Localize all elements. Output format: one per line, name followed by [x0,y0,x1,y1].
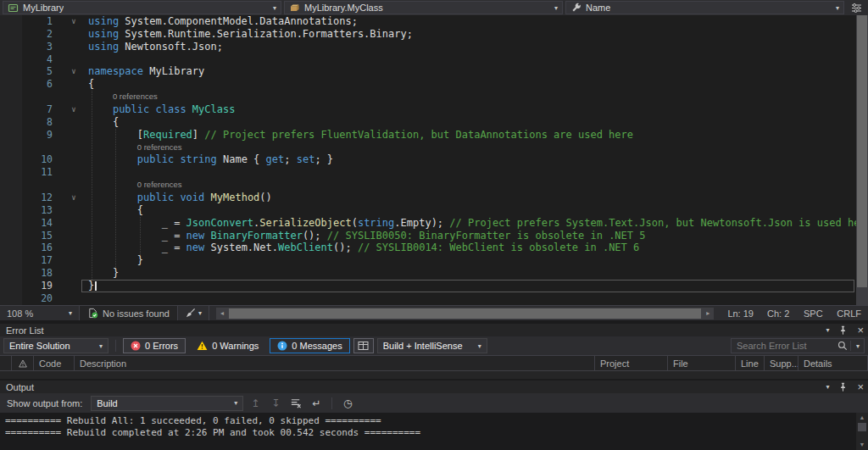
line-number: 20 [0,292,66,305]
error-list-search-input[interactable] [732,341,837,351]
column-header-description[interactable]: Description [75,356,595,370]
line-number: 4 [0,53,66,66]
code-row: 16 _ = new System.Net.WebClient(); // SY… [0,242,856,254]
fold-marker-icon[interactable]: ∨ [66,103,81,116]
word-wrap-icon[interactable]: ↵ [308,396,325,411]
messages-filter-button[interactable]: 0 Messages [270,338,349,353]
fold-marker-icon[interactable]: ∨ [66,65,81,78]
code-row: 4 [0,53,856,66]
fold-marker-icon[interactable]: ∨ [66,15,81,28]
severity-column-header[interactable] [12,356,34,370]
line-number: 9 [0,129,66,142]
insert-mode-indicator[interactable]: SPC [796,308,830,319]
output-scrollbar[interactable]: ▲ ▼ [856,413,868,450]
pin-icon[interactable] [838,325,848,335]
error-list-title-bar[interactable]: Error List ▾ × [0,324,868,336]
code-line-text: _ = new System.Net.WebClient(); // SYSLI… [81,242,856,254]
columns-options-button[interactable] [353,338,374,353]
prev-message-icon[interactable]: ↥ [247,396,264,411]
next-message-icon[interactable]: ↧ [267,396,284,411]
fold-marker-icon[interactable]: ∨ [66,192,81,204]
line-number: 11 [0,166,66,179]
fold-gutter [66,179,81,192]
source-dropdown[interactable]: Build + IntelliSense ▾ [377,338,487,353]
column-header-code[interactable]: Code [34,356,75,370]
code-line-text: _ = new BinaryFormatter(); // SYSLIB0050… [81,230,856,242]
fold-gutter [66,153,81,166]
clock-icon[interactable]: ◷ [339,396,356,411]
scrollbar-thumb[interactable] [857,15,867,287]
output-console[interactable]: ========== Rebuild All: 1 succeeded, 0 f… [0,413,868,450]
zoom-control[interactable]: 108 % ▾ [0,306,80,320]
scrollbar-track[interactable] [856,423,868,440]
panel-title: Output [6,382,34,392]
column-header-project[interactable]: Project [595,356,668,370]
output-source-dropdown[interactable]: Build ▾ [91,396,243,411]
code-line-text: public string Name { get; set; } [81,153,856,166]
fold-gutter [66,242,81,254]
warning-icon [197,341,208,351]
scope-dropdown[interactable]: Entire Solution ▾ [3,338,108,353]
line-number: 10 [0,153,66,166]
document-health-indicator[interactable]: No issues found [80,306,178,320]
window-menu-icon[interactable]: ▾ [826,326,829,334]
messages-filter-label: 0 Messages [292,341,342,351]
editor-horizontal-scrollbar[interactable]: ◂ ▸ [216,308,714,319]
health-status-text: No issues found [103,308,170,319]
scroll-up-icon[interactable]: ▲ [856,413,868,423]
line-number: 5 [0,65,66,78]
codelens-row: 0 references [0,142,856,154]
search-icon[interactable] [837,341,848,351]
code-editor[interactable]: 1∨using System.ComponentModel.DataAnnota… [0,15,868,305]
navigation-bar: MyLibrary ▾ MyLibrary.MyClass ▾ Name ▾ [0,0,868,15]
code-cleanup-button[interactable]: ▾ [178,306,209,320]
output-title-bar[interactable]: Output ▾ × [0,381,868,393]
codelens-references[interactable]: 0 references [81,179,856,192]
output-source-dropdown-label: Build [97,398,117,408]
warnings-filter-button[interactable]: 0 Warnings [189,338,266,353]
editor-vertical-scrollbar[interactable] [856,15,868,305]
line-number [0,142,66,154]
text-cursor [95,281,97,291]
error-list-body[interactable] [0,371,868,379]
row-select-column-header[interactable] [0,356,12,370]
clear-all-icon[interactable] [287,396,304,411]
editor-options-icon[interactable] [847,1,865,14]
errors-filter-button[interactable]: 0 Errors [123,338,186,353]
error-list-toolbar: Entire Solution ▾ 0 Errors 0 Warnings [0,336,868,355]
line-ending-indicator[interactable]: CRLF [830,308,868,319]
line-indicator[interactable]: Ln: 19 [721,308,760,319]
close-icon[interactable]: × [857,382,864,392]
scrollbar-track[interactable] [228,308,702,319]
codelens-references[interactable]: 0 references [81,91,856,103]
scroll-right-icon[interactable]: ▸ [702,308,714,319]
close-icon[interactable]: × [857,325,864,335]
column-header-supp[interactable]: Supp... [765,356,798,370]
class-icon [289,3,300,14]
code-rows[interactable]: 1∨using System.ComponentModel.DataAnnota… [0,15,856,305]
window-menu-icon[interactable]: ▾ [826,383,829,391]
code-line-text: namespace MyLibrary [81,65,856,78]
column-header-details[interactable]: Details [798,356,868,370]
code-row: 19} [0,280,856,292]
code-line-text: { [81,78,856,91]
scrollbar-thumb[interactable] [858,423,866,431]
column-header-line[interactable]: Line [736,356,765,370]
type-dropdown-label: MyLibrary.MyClass [304,3,383,13]
column-indicator[interactable]: Ch: 2 [760,308,796,319]
column-header-file[interactable]: File [668,356,736,370]
type-dropdown[interactable]: MyLibrary.MyClass ▾ [284,1,563,14]
scroll-left-icon[interactable]: ◂ [216,308,228,319]
codelens-references[interactable]: 0 references [81,142,856,154]
code-row: 3using Newtonsoft.Json; [0,41,856,53]
source-dropdown-label: Build + IntelliSense [383,341,463,351]
line-number [0,179,66,192]
scrollbar-thumb[interactable] [229,308,701,319]
project-dropdown[interactable]: MyLibrary ▾ [3,1,281,14]
chevron-down-icon[interactable]: ▾ [854,342,862,350]
member-dropdown[interactable]: Name ▾ [565,1,844,14]
pin-icon[interactable] [838,382,848,392]
fold-gutter [66,28,81,41]
code-row: 10 public string Name { get; set; } [0,153,856,166]
scroll-down-icon[interactable]: ▼ [856,440,868,450]
